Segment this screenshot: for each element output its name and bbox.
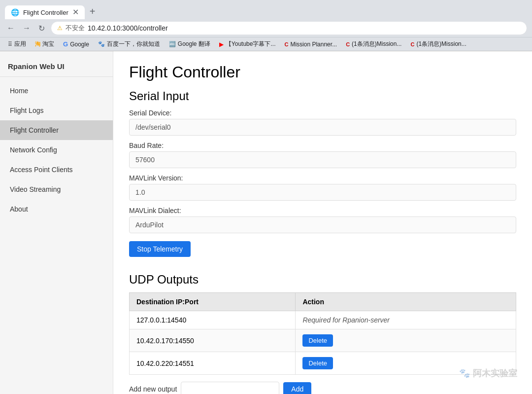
baud-rate-label: Baud Rate: xyxy=(129,142,516,149)
mavlink-version-input[interactable] xyxy=(129,184,516,201)
udp-table: Destination IP:Port Action 127.0.0.1:145… xyxy=(129,292,516,375)
bookmark-gtranslate[interactable]: 🔤 Google 翻译 xyxy=(166,39,213,49)
bookmark-mp1[interactable]: C Mission Planner... xyxy=(281,40,340,49)
security-label: 不安全 xyxy=(66,24,85,33)
main-content: Flight Controller Serial Input Serial De… xyxy=(113,51,532,394)
bookmark-label: Mission Planner... xyxy=(290,41,337,48)
app-layout: Rpanion Web UI Home Flight Logs Flight C… xyxy=(0,51,532,394)
stop-telemetry-button[interactable]: Stop Telemetry xyxy=(129,241,191,257)
sidebar-item-about[interactable]: About xyxy=(0,199,113,219)
bookmark-label: (1条消息)Mission... xyxy=(352,40,401,48)
apps-icon: ⠿ xyxy=(8,41,12,48)
bookmarks-bar: ⠿ 应用 淘 淘宝 G Google 🐾 百度一下，你就知道 🔤 Google … xyxy=(0,37,532,51)
sidebar-item-network-config[interactable]: Network Config xyxy=(0,140,113,160)
sidebar-item-video-streaming[interactable]: Video Streaming xyxy=(0,179,113,199)
bookmark-label: 淘宝 xyxy=(42,40,54,48)
bookmark-apps[interactable]: ⠿ 应用 xyxy=(5,39,29,49)
reload-button[interactable]: ↻ xyxy=(36,22,47,35)
address-text[interactable]: 10.42.0.10:3000/controller xyxy=(88,24,521,32)
security-icon: ⚠ xyxy=(57,25,63,32)
mp3-icon: C xyxy=(410,41,414,47)
action-cell: Delete xyxy=(296,352,516,375)
google-icon: G xyxy=(63,40,68,48)
bookmark-label: 【Youtube字幕下... xyxy=(226,40,276,48)
bookmark-label: 应用 xyxy=(14,40,26,48)
mavlink-dialect-label: MAVLink Dialect: xyxy=(129,207,516,215)
sidebar: Rpanion Web UI Home Flight Logs Flight C… xyxy=(0,51,113,394)
youtube-icon: ▶ xyxy=(219,41,224,48)
action-cell: Required for Rpanion-server xyxy=(296,311,516,329)
table-row: 127.0.0.1:14540Required for Rpanion-serv… xyxy=(130,311,516,329)
col-destination: Destination IP:Port xyxy=(130,293,296,311)
sidebar-brand: Rpanion Web UI xyxy=(0,56,113,77)
bookmark-label: 百度一下，你就知道 xyxy=(107,40,160,48)
bookmark-mp2[interactable]: C (1条消息)Mission... xyxy=(343,39,404,49)
sidebar-item-flight-logs[interactable]: Flight Logs xyxy=(0,101,113,120)
address-bar-row: ← → ↻ ⚠ 不安全 10.42.0.10:3000/controller xyxy=(0,19,532,37)
add-output-label: Add new output xyxy=(129,385,177,393)
bookmark-label: Google xyxy=(70,41,89,48)
sidebar-item-access-point-clients[interactable]: Access Point Clients xyxy=(0,160,113,179)
bookmark-label: Google 翻译 xyxy=(178,40,210,48)
active-tab[interactable]: 🌐 Flight Controller ✕ xyxy=(5,5,85,19)
sidebar-item-flight-controller[interactable]: Flight Controller xyxy=(0,120,113,140)
col-action: Action xyxy=(296,293,516,311)
forward-button[interactable]: → xyxy=(21,22,33,35)
bookmark-label: (1条消息)Mission... xyxy=(416,40,466,48)
baud-rate-input[interactable] xyxy=(129,151,516,168)
serial-device-label: Serial Device: xyxy=(129,109,516,117)
udp-outputs-section: UDP Outputs Destination IP:Port Action 1… xyxy=(129,273,516,394)
tab-favicon: 🌐 xyxy=(11,8,19,16)
ip-port-cell: 127.0.0.1:14540 xyxy=(130,311,296,329)
back-button[interactable]: ← xyxy=(5,22,17,35)
add-button[interactable]: Add xyxy=(283,382,311,394)
delete-button[interactable]: Delete xyxy=(302,357,333,369)
action-cell: Delete xyxy=(296,329,516,352)
tab-bar: 🌐 Flight Controller ✕ + xyxy=(0,0,532,19)
ip-port-cell: 10.42.0.220:14551 xyxy=(130,352,296,375)
table-row: 10.42.0.220:14551Delete xyxy=(130,352,516,375)
sidebar-item-home[interactable]: Home xyxy=(0,81,113,101)
bookmark-taobao[interactable]: 淘 淘宝 xyxy=(32,39,57,49)
bookmark-baidu[interactable]: 🐾 百度一下，你就知道 xyxy=(95,39,163,49)
bookmark-youtube[interactable]: ▶ 【Youtube字幕下... xyxy=(216,39,279,49)
serial-device-input[interactable] xyxy=(129,119,516,136)
address-bar[interactable]: ⚠ 不安全 10.42.0.10:3000/controller xyxy=(51,21,527,35)
mp2-icon: C xyxy=(346,41,350,47)
bookmark-google[interactable]: G Google xyxy=(60,39,92,49)
serial-input-title: Serial Input xyxy=(129,89,516,103)
tab-title: Flight Controller xyxy=(23,9,68,16)
new-tab-button[interactable]: + xyxy=(86,4,100,19)
baidu-icon: 🐾 xyxy=(98,41,105,47)
page-title: Flight Controller xyxy=(129,63,516,81)
taobao-icon: 淘 xyxy=(35,40,40,48)
mavlink-version-label: MAVLink Version: xyxy=(129,174,516,182)
add-output-input[interactable] xyxy=(181,382,279,394)
mp-icon: C xyxy=(284,41,288,47)
ip-port-cell: 10.42.0.170:14550 xyxy=(130,329,296,352)
add-output-row: Add new output Add xyxy=(129,382,516,394)
mavlink-dialect-input[interactable] xyxy=(129,216,516,233)
delete-button[interactable]: Delete xyxy=(302,334,333,347)
bookmark-mp3[interactable]: C (1条消息)Mission... xyxy=(407,39,469,49)
tab-close-button[interactable]: ✕ xyxy=(72,8,79,16)
gtranslate-icon: 🔤 xyxy=(169,41,176,47)
udp-outputs-title: UDP Outputs xyxy=(129,273,516,287)
browser-chrome: 🌐 Flight Controller ✕ + ← → ↻ ⚠ 不安全 10.4… xyxy=(0,0,532,51)
table-row: 10.42.0.170:14550Delete xyxy=(130,329,516,352)
